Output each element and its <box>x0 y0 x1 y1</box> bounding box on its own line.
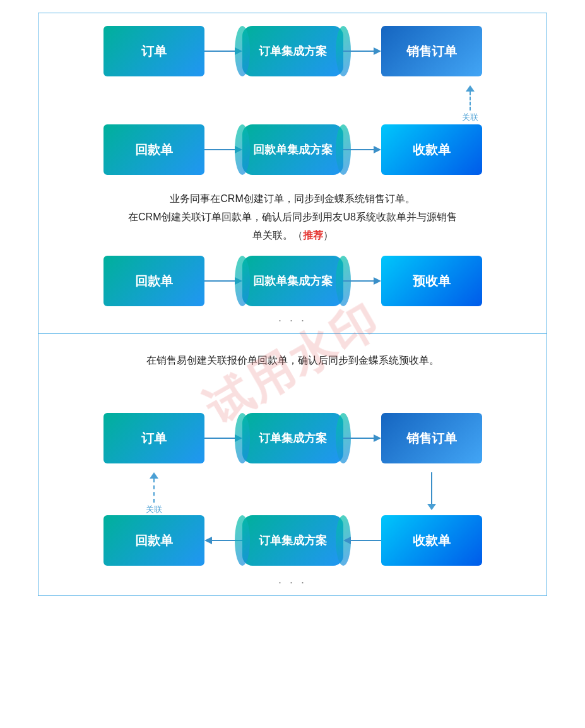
svg-marker-17 <box>204 537 212 544</box>
box-refund-1: 回款单 <box>103 124 204 175</box>
highlight-recommend-1: 推荐 <box>303 230 323 241</box>
right-vert-arrow <box>381 472 482 515</box>
arrow-right-4 <box>343 143 381 156</box>
svg-marker-3 <box>374 47 381 55</box>
box-prepaid: 预收单 <box>381 256 482 306</box>
cylinder-refund-integration-2: 回款单集成方案 <box>242 256 343 306</box>
cylinder-order-integration-1: 订单集成方案 <box>242 26 343 76</box>
arrow-right-2 <box>343 45 381 57</box>
left-vert-relation: 关联 <box>103 472 204 515</box>
arrow-right-6 <box>343 275 381 287</box>
vertical-relation-right: 关联 <box>462 85 478 123</box>
cylinder-order-integration-3b: 订单集成方案 <box>242 515 343 566</box>
arrow-head-up <box>466 85 475 92</box>
section1-desc: 业务同事在CRM创建订单，同步到金蝶系统销售订单。 在CRM创建关联订单回款单，… <box>38 184 547 251</box>
box-order-1: 订单 <box>103 26 204 76</box>
box-receipt-3: 收款单 <box>381 515 482 566</box>
cylinder-refund-integration-1: 回款单集成方案 <box>242 124 343 175</box>
box-receipt-1: 收款单 <box>381 124 482 175</box>
section-2: 在销售易创建关联报价单回款单，确认后同步到金蝶系统预收单。 订单 订单集成方案 … <box>38 334 547 596</box>
svg-marker-7 <box>374 146 381 153</box>
box-sales-order-3: 销售订单 <box>381 413 482 463</box>
svg-marker-11 <box>374 277 381 285</box>
arrow-head-up-left <box>150 472 158 479</box>
dot-separator-1: · · · <box>38 313 547 327</box>
dashed-line-right <box>470 92 471 110</box>
svg-marker-19 <box>343 537 351 544</box>
arrow-right-8 <box>343 432 381 445</box>
solid-line-right <box>431 472 432 504</box>
dot-separator-2: · · · <box>38 575 547 589</box>
box-sales-order-1: 销售订单 <box>381 26 482 76</box>
arrow-left-2 <box>343 534 381 547</box>
cylinder-order-integration-3: 订单集成方案 <box>242 413 343 463</box>
section2-desc: 在销售易创建关联报价单回款单，确认后同步到金蝶系统预收单。 <box>38 345 547 376</box>
svg-marker-15 <box>374 434 381 442</box>
arrow-head-down-right <box>427 504 436 510</box>
section-1: 订单 订单集成方案 销售订单 <box>38 13 547 334</box>
dashed-line-left <box>153 479 155 503</box>
box-refund-3: 回款单 <box>103 515 204 566</box>
box-order-3: 订单 <box>103 413 204 463</box>
box-refund-2: 回款单 <box>103 256 204 306</box>
page-container: 试用水印 订单 订单集成方案 销售订单 <box>0 0 585 728</box>
